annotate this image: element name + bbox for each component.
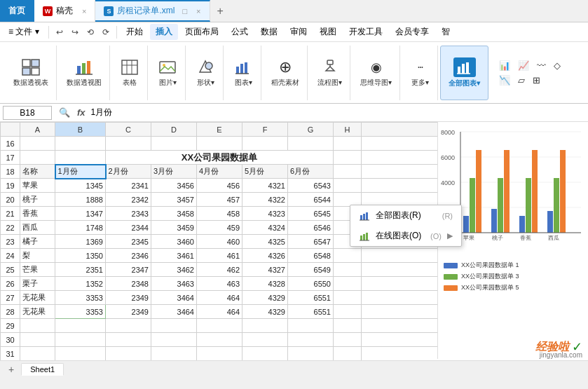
cell-f22[interactable]: 4324 [242,221,288,235]
tab-add-btn[interactable]: + [210,0,231,22]
cell-a17[interactable] [20,151,55,165]
cell-g25[interactable]: 6549 [288,263,334,277]
menu-file[interactable]: ≡ 文件 ▾ [3,24,45,40]
menu-vip[interactable]: 会员专享 [390,24,435,40]
menu-start[interactable]: 开始 [121,24,149,40]
toolbar-redo[interactable]: ↪ [68,26,82,39]
cell-e21[interactable]: 458 [197,207,242,221]
menu-view[interactable]: 视图 [314,24,342,40]
cell-e18[interactable]: 4月份 [197,165,242,179]
cell-d18[interactable]: 3月份 [151,165,197,179]
cell-g19[interactable]: 6543 [288,179,334,193]
cell-d21[interactable]: 3458 [151,207,197,221]
cell-b24[interactable]: 1350 [55,249,106,263]
cell-h25[interactable] [334,263,362,277]
cell-h18[interactable] [334,165,362,179]
chart-type-2[interactable]: 📉 [496,74,513,87]
cell-g27[interactable]: 6551 [288,291,334,305]
cell-e28[interactable]: 464 [197,305,242,319]
toolbar-btn2[interactable]: ⟳ [99,26,113,39]
cell-c24[interactable]: 2346 [106,249,151,263]
cell-a25[interactable]: 芒果 [20,263,55,277]
cell-b17[interactable] [55,151,106,165]
cell-b16[interactable] [55,137,106,151]
pivot-chart-btn[interactable]: 数据透视图 [63,56,105,90]
cell-c22[interactable]: 2344 [106,221,151,235]
cell-c28[interactable]: 2349 [106,305,151,319]
cell-d25[interactable]: 3462 [151,263,197,277]
cell-f25[interactable]: 4327 [242,263,288,277]
cell-d19[interactable]: 3456 [151,179,197,193]
cell-c27[interactable]: 2349 [106,291,151,305]
cell-d27[interactable]: 3464 [151,291,197,305]
cell-b28[interactable]: 3353 [55,305,106,319]
cell-a19[interactable]: 苹果 [20,179,55,193]
cell-g20[interactable]: 6544 [288,193,334,207]
chart-type-scatter[interactable]: ⊞ [530,74,543,87]
dropdown-item-online-charts[interactable]: 在线图表(O) (O) ▶ [350,226,461,246]
cell-a23[interactable]: 橘子 [20,235,55,249]
cell-d23[interactable]: 3460 [151,235,197,249]
chart-type-line[interactable]: 📈 [515,59,532,72]
cell-e16[interactable] [197,137,242,151]
flow-btn[interactable]: 流程图▾ [314,56,346,90]
cell-reference[interactable] [3,106,52,120]
col-F[interactable]: F [242,123,288,137]
cell-e20[interactable]: 457 [197,193,242,207]
charts-btn[interactable]: 图表▾ [230,56,257,90]
cell-a21[interactable]: 香蕉 [20,207,55,221]
chart-type-bar[interactable]: 📊 [496,59,513,72]
cell-f27[interactable]: 4329 [242,291,288,305]
menu-data[interactable]: 数据 [255,24,283,40]
col-D[interactable]: D [151,123,197,137]
cell-g18[interactable]: 6月份 [288,165,334,179]
straw-btn[interactable]: ⊕ 稻壳素材 [268,56,303,90]
table-btn[interactable]: 表格 [116,56,143,90]
sheet-tab-1[interactable]: Sheet1 [21,363,64,376]
cell-g26[interactable]: 6550 [288,277,334,291]
cell-d26[interactable]: 3463 [151,277,197,291]
xlsx-close-icon[interactable]: × [196,7,200,15]
cell-c20[interactable]: 2342 [106,193,151,207]
col-B[interactable]: B [55,123,106,137]
cell-g23[interactable]: 6547 [288,235,334,249]
cell-b22[interactable]: 1748 [55,221,106,235]
cell-c19[interactable]: 2341 [106,179,151,193]
cell-e24[interactable]: 461 [197,249,242,263]
menu-page-layout[interactable]: 页面布局 [179,24,224,40]
cell-a16[interactable] [20,137,55,151]
cell-e23[interactable]: 460 [197,235,242,249]
menu-insert[interactable]: 插入 [150,24,178,40]
formula-input[interactable] [88,107,585,119]
xlsx-restore-icon[interactable]: □ [182,7,187,15]
cell-b20[interactable]: 1888 [55,193,106,207]
cell-h26[interactable] [334,277,362,291]
cell-h28[interactable] [334,305,362,319]
col-G[interactable]: G [288,123,334,137]
wps-close-icon[interactable]: × [82,7,86,15]
cell-h16[interactable] [334,137,362,151]
toolbar-btn1[interactable]: ⟲ [83,26,97,39]
cell-b18[interactable]: 1月份 [55,165,106,179]
tab-wps[interactable]: W 稿壳 × [34,0,95,22]
cell-a27[interactable]: 无花果 [20,291,55,305]
cell-a18[interactable]: 名称 [20,165,55,179]
cell-f20[interactable]: 4322 [242,193,288,207]
cell-d22[interactable]: 3459 [151,221,197,235]
cell-c21[interactable]: 2343 [106,207,151,221]
col-E[interactable]: E [197,123,242,137]
cell-g21[interactable]: 6545 [288,207,334,221]
chart-type-area[interactable]: ▱ [515,74,528,87]
all-charts-btn[interactable]: 全部图表▾ [445,55,484,90]
cell-b26[interactable]: 1352 [55,277,106,291]
menu-smart[interactable]: 智 [436,24,456,40]
cell-f23[interactable]: 4325 [242,235,288,249]
cell-d24[interactable]: 3461 [151,249,197,263]
more-btn[interactable]: ··· 更多▾ [406,56,433,90]
mindmap-btn[interactable]: ◉ 思维导图▾ [357,56,395,90]
col-C[interactable]: C [106,123,151,137]
cell-e27[interactable]: 464 [197,291,242,305]
cell-e19[interactable]: 456 [197,179,242,193]
col-A[interactable]: A [20,123,55,137]
menu-dev[interactable]: 开发工具 [343,24,388,40]
